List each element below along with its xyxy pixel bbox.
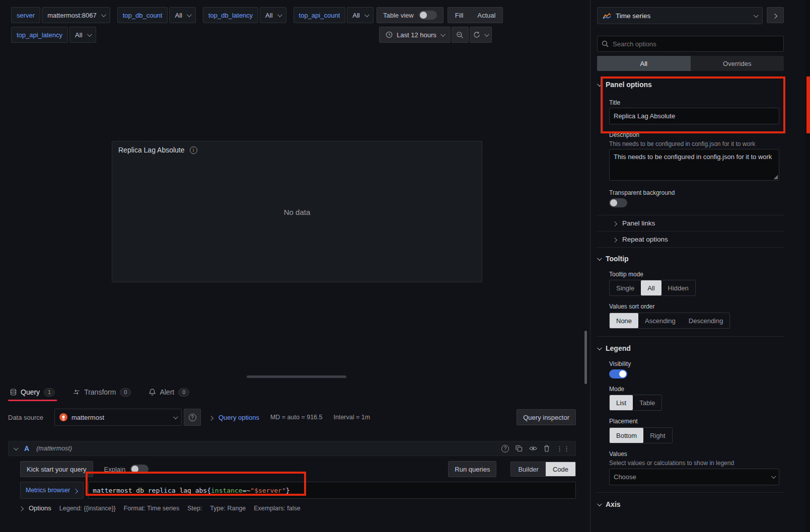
query-metric: mattermost_db_replica_lag_abs xyxy=(93,487,207,494)
title-label: Title xyxy=(609,99,620,106)
legend-section-header[interactable]: Legend xyxy=(597,344,631,352)
query-options-row: Options Legend: {{instance}} Format: Tim… xyxy=(20,504,576,512)
tab-alert[interactable]: Alert 0 xyxy=(147,384,191,400)
options-toggle[interactable]: Options xyxy=(20,504,51,512)
placement-bottom[interactable]: Bottom xyxy=(610,428,643,443)
visualization-picker[interactable]: Time series xyxy=(597,7,763,24)
sort-ascending[interactable]: Ascending xyxy=(638,313,682,328)
tooltip-section-header[interactable]: Tooltip xyxy=(597,255,629,263)
drag-query-icon[interactable]: ⋮⋮ xyxy=(556,445,570,452)
variable-value-top-db-latency[interactable]: All xyxy=(260,7,286,23)
question-circle-icon: ? xyxy=(189,414,196,421)
hide-query-icon[interactable] xyxy=(529,445,537,451)
datasource-picker[interactable]: mattermost xyxy=(54,409,182,426)
editor-tabs: Query 1 Transform 0 Alert 0 xyxy=(8,384,191,400)
legend-visibility-toggle[interactable] xyxy=(609,369,627,378)
time-range-picker[interactable]: Last 12 hours xyxy=(379,27,451,43)
options-legend: Legend: {{instance}} xyxy=(59,505,116,512)
tooltip-mode-single[interactable]: Single xyxy=(610,280,641,295)
options-label: Options xyxy=(29,504,51,512)
builder-code-switcher: Builder Code xyxy=(510,462,576,477)
refresh-button[interactable] xyxy=(470,27,492,43)
query-toolbar-row: Kick start your query Explain Run querie… xyxy=(20,461,576,477)
filter-tab-overrides[interactable]: Overrides xyxy=(691,56,784,71)
zoom-out-button[interactable] xyxy=(452,27,469,43)
table-view-toggle[interactable] xyxy=(419,11,437,20)
sort-descending[interactable]: Descending xyxy=(682,313,730,328)
fill-option[interactable]: Fill xyxy=(448,8,471,23)
bell-icon xyxy=(149,389,156,396)
builder-option[interactable]: Builder xyxy=(511,462,545,476)
variable-value-top-api-count[interactable]: All xyxy=(347,7,373,23)
variable-value-server[interactable]: mattermost:8067 xyxy=(42,7,110,23)
legend-mode-list[interactable]: List xyxy=(610,395,633,410)
tab-transform[interactable]: Transform 0 xyxy=(71,384,133,400)
run-queries-button[interactable]: Run queries xyxy=(448,461,496,477)
query-help-icon[interactable]: ? xyxy=(501,445,509,452)
interval-value: Interval = 1m xyxy=(333,414,370,421)
tab-query-label: Query xyxy=(21,388,40,396)
collapse-pane-button[interactable] xyxy=(767,7,784,23)
options-type: Type: Range xyxy=(210,505,246,512)
no-data-message: No data xyxy=(284,207,311,216)
kick-start-button[interactable]: Kick start your query xyxy=(20,461,93,477)
timeseries-icon xyxy=(603,13,611,19)
main-scrollbar-thumb[interactable] xyxy=(584,331,587,384)
legend-mode-table[interactable]: Table xyxy=(633,395,661,410)
view-controls: Table view Fill Actual xyxy=(377,7,503,23)
duplicate-query-icon[interactable] xyxy=(516,445,523,452)
query-row-header[interactable]: A (mattermost) ? ⋮⋮ xyxy=(8,441,576,456)
tooltip-mode-group: Single All Hidden xyxy=(609,280,696,296)
repeat-options-row[interactable]: Repeat options xyxy=(597,231,784,247)
visualization-name: Time series xyxy=(616,12,749,20)
metrics-browser-button[interactable]: Metrics browser xyxy=(20,482,84,499)
tab-transform-count: 0 xyxy=(120,388,131,397)
tooltip-mode-all[interactable]: All xyxy=(641,280,661,295)
textarea-resize-handle[interactable] xyxy=(774,175,778,179)
title-field-box xyxy=(609,108,779,124)
legend-values-select[interactable]: Choose xyxy=(609,469,779,485)
highlight-edge-mark xyxy=(806,77,810,133)
panel-info-icon[interactable]: i xyxy=(190,146,197,154)
arrow-right-icon xyxy=(772,13,777,18)
explain-label: Explain xyxy=(104,466,126,473)
options-filter-tabs: All Overrides xyxy=(597,56,784,71)
variable-label-server: server xyxy=(11,7,40,23)
search-options-input[interactable] xyxy=(613,40,779,48)
axis-section-header[interactable]: Axis xyxy=(597,500,621,508)
collapse-query-icon[interactable] xyxy=(14,445,19,450)
code-option[interactable]: Code xyxy=(546,462,575,476)
actual-option[interactable]: Actual xyxy=(470,8,502,23)
promql-query-input[interactable]: mattermost_db_replica_lag_abs{instance=~… xyxy=(88,482,576,499)
max-data-points: MD = auto = 916.5 xyxy=(270,414,323,421)
transparent-background-toggle[interactable] xyxy=(609,198,627,207)
panel-options-pane: Time series All Overrides Panel options … xyxy=(590,0,810,532)
panel-description-input[interactable]: This needs to be configured in config.js… xyxy=(614,152,775,178)
placement-right[interactable]: Right xyxy=(643,428,672,443)
sort-none[interactable]: None xyxy=(610,313,638,328)
tab-query[interactable]: Query 1 xyxy=(8,384,57,400)
values-sort-order-label: Values sort order xyxy=(609,303,655,310)
panel-options-section-header[interactable]: Panel options xyxy=(597,81,652,89)
query-options-toggle[interactable]: Query options xyxy=(210,414,259,421)
explain-toggle[interactable] xyxy=(130,465,149,474)
panel-resize-handle[interactable] xyxy=(247,375,346,378)
datasource-help-button[interactable]: ? xyxy=(184,409,201,426)
metrics-browser-label: Metrics browser xyxy=(26,487,70,494)
description-label: Description xyxy=(609,131,639,138)
panel-title-input[interactable] xyxy=(614,112,775,120)
tooltip-mode-hidden[interactable]: Hidden xyxy=(661,280,695,295)
tooltip-mode-label: Tooltip mode xyxy=(609,271,643,278)
delete-query-icon[interactable] xyxy=(544,445,550,452)
visualization-panel: Replica Lag Absolute i No data xyxy=(112,141,482,282)
variable-value-top-api-latency[interactable]: All xyxy=(69,27,96,43)
transform-icon xyxy=(73,389,80,395)
legend-mode-label: Mode xyxy=(609,386,624,393)
query-editor: A (mattermost) ? ⋮⋮ Kick start your quer… xyxy=(8,441,576,512)
query-inspector-button[interactable]: Query inspector xyxy=(517,409,576,425)
variable-value-top-db-count[interactable]: All xyxy=(169,7,195,23)
legend-values-label: Values xyxy=(609,450,627,458)
grafana-panel-editor: server mattermost:8067 top_db_count All … xyxy=(0,0,810,532)
filter-tab-all[interactable]: All xyxy=(597,56,691,71)
panel-links-row[interactable]: Panel links xyxy=(597,215,784,231)
